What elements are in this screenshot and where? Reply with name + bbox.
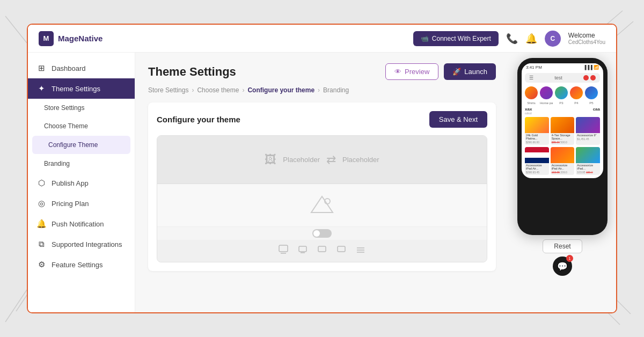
connect-expert-button[interactable]: 📹 Connect With Expert	[413, 31, 499, 46]
phone-time: 3:41 PM	[526, 65, 542, 70]
product-img-3	[576, 117, 600, 133]
save-next-button[interactable]: Save & Next	[429, 111, 487, 128]
svg-rect-14	[338, 246, 345, 252]
sidebar-item-store-settings[interactable]: Store Settings	[28, 99, 135, 117]
phone-product-3[interactable]: Accessorize 9" $1,451.45	[576, 117, 600, 145]
phone-mockup-area: 3:41 PM ▐▐▐ 📶 ☰ test	[509, 53, 616, 312]
category-circle-3[interactable]	[555, 86, 568, 99]
sidebar-label-publish-app: Publish App	[52, 179, 89, 187]
sidebar-item-theme-settings[interactable]: ✦ Theme Settings	[28, 78, 135, 99]
chat-bubble[interactable]: 💬 1	[553, 257, 572, 276]
theme-preview-area: 🖼 Placeholder ⇄ Placeholder	[157, 135, 487, 262]
breadcrumb-sep2: ›	[242, 86, 244, 94]
chat-area: 💬 1	[553, 257, 572, 276]
bottom-icon-1	[278, 244, 289, 258]
sidebar-label-pricing-plan: Pricing Plan	[52, 200, 89, 208]
search-text: test	[554, 75, 562, 80]
phone-status-bar: 3:41 PM ▐▐▐ 📶	[522, 63, 603, 71]
sidebar-item-push-notification[interactable]: 🔔 Push Notification	[28, 214, 135, 234]
avatar: C	[545, 31, 561, 47]
sidebar-label-branding: Branding	[44, 160, 70, 167]
mountain-placeholder	[309, 194, 335, 217]
sidebar-item-feature-settings[interactable]: ⚙ Feature Settings	[28, 254, 135, 275]
category-circle-2[interactable]	[540, 86, 553, 99]
category-circle-4[interactable]	[570, 86, 583, 99]
sidebar-item-dashboard[interactable]: ⊞ Dashboard	[28, 58, 135, 78]
configure-section: Configure your theme Save & Next 🖼 Place…	[148, 102, 496, 271]
launch-button[interactable]: 🚀 Launch	[444, 63, 496, 80]
toggle-row	[157, 227, 487, 240]
phone-product-5[interactable]: Accessorize iPad Air... 163.95 209.0	[551, 147, 575, 175]
cat-label-2: Home page	[540, 101, 553, 105]
phone-labels-row: Shirts Home page P3 P4 P5	[522, 101, 603, 106]
toggle-switch[interactable]	[312, 229, 332, 238]
phone-screen: 3:41 PM ▐▐▐ 📶 ☰ test	[522, 63, 603, 178]
reset-button[interactable]: Reset	[543, 239, 582, 253]
product-name-4: Accessorize iPad Air...	[525, 163, 549, 171]
breadcrumb-choose-theme[interactable]: Choose theme	[197, 86, 239, 94]
section-right: caa	[593, 107, 600, 115]
phone-product-grid-1: 24k Gold Platina... $290.66.00 4-Tier St…	[522, 116, 603, 146]
bottom-icon-4	[336, 244, 347, 258]
dashboard-icon: ⊞	[36, 63, 46, 73]
preview-button[interactable]: 👁 Preview	[385, 63, 438, 80]
bottom-icons-row	[157, 240, 487, 262]
breadcrumb-configure-theme[interactable]: Configure your theme	[247, 86, 314, 94]
category-circle-5[interactable]	[585, 86, 598, 99]
sidebar: ⊞ Dashboard ✦ Theme Settings Store Setti…	[28, 53, 135, 312]
product-price-1: $290.66.00	[525, 141, 549, 145]
product-price-6: 103.95 159.0	[576, 171, 600, 175]
bell-icon[interactable]: 🔔	[525, 33, 537, 45]
main-content: Theme Settings 👁 Preview 🚀 Launch Store …	[135, 53, 509, 312]
configure-title: Configure your theme	[157, 115, 240, 124]
preview-icon: 👁	[394, 68, 401, 76]
sidebar-item-choose-theme[interactable]: Choose Theme	[28, 117, 135, 135]
sidebar-label-store-settings: Store Settings	[44, 104, 84, 112]
preview-middle	[157, 184, 487, 227]
phone-product-2[interactable]: 4-Tier Storage Space... $85.00 500.0	[551, 117, 575, 145]
svg-rect-11	[299, 246, 306, 252]
breadcrumb-store-settings[interactable]: Store Settings	[148, 86, 188, 94]
breadcrumb-branding[interactable]: Branding	[323, 86, 349, 94]
category-circle-1[interactable]	[525, 86, 538, 99]
video-icon: 📹	[421, 35, 429, 42]
phone-search-bar[interactable]: ☰ test	[525, 73, 600, 83]
sidebar-label-theme-settings: Theme Settings	[52, 85, 100, 93]
page-header: Theme Settings 👁 Preview 🚀 Launch	[148, 63, 496, 80]
phone-section-header: xax cdcd caa	[522, 106, 603, 116]
preview-btn-label: Preview	[405, 68, 429, 76]
placeholder-icon1: 🖼	[265, 153, 276, 167]
phone-product-6[interactable]: Accessorize iPad... 103.95 159.0	[576, 147, 600, 175]
bottom-icon-menu	[355, 244, 366, 258]
phone-icon[interactable]: 📞	[506, 33, 518, 45]
section-title: xax	[525, 107, 532, 112]
cat-label-5: P5	[585, 101, 598, 105]
logo-text: MageNative	[58, 34, 103, 43]
product-price-4: $298.93.45	[525, 171, 549, 175]
phone-product-1[interactable]: 24k Gold Platina... $290.66.00	[525, 117, 549, 145]
connect-btn-label: Connect With Expert	[432, 35, 491, 42]
placeholder-text1: Placeholder	[283, 156, 320, 164]
sidebar-item-configure-theme[interactable]: Configure Theme	[32, 136, 130, 154]
sidebar-item-pricing-plan[interactable]: ◎ Pricing Plan	[28, 193, 135, 214]
body-area: ⊞ Dashboard ✦ Theme Settings Store Setti…	[28, 53, 616, 312]
mountain-icon	[309, 194, 335, 215]
section-sub: cdcd	[525, 112, 532, 115]
sidebar-item-publish-app[interactable]: ⬡ Publish App	[28, 173, 135, 193]
chat-badge: 1	[566, 255, 573, 262]
sidebar-item-supported-integrations[interactable]: ⧉ Supported Integrations	[28, 234, 135, 254]
svg-line-4	[5, 290, 27, 322]
publish-app-icon: ⬡	[36, 178, 46, 188]
sidebar-item-branding[interactable]: Branding	[28, 155, 135, 173]
phone-product-4[interactable]: Accessorize iPad Air... $298.93.45	[525, 147, 549, 175]
cat-label-3: P3	[555, 101, 568, 105]
placeholder-banner: 🖼 Placeholder ⇄ Placeholder	[157, 136, 487, 184]
logo-icon: M	[39, 31, 54, 46]
product-name-5: Accessorize iPad Air...	[551, 163, 575, 171]
sidebar-label-feature-settings: Feature Settings	[52, 261, 103, 269]
page-title: Theme Settings	[148, 65, 236, 79]
phone-frame: 3:41 PM ▐▐▐ 📶 ☰ test	[517, 58, 608, 235]
hamburger-icon: ☰	[529, 75, 533, 80]
logo-area: M MageNative	[39, 31, 103, 46]
product-price-2: $85.00 500.0	[551, 141, 575, 145]
